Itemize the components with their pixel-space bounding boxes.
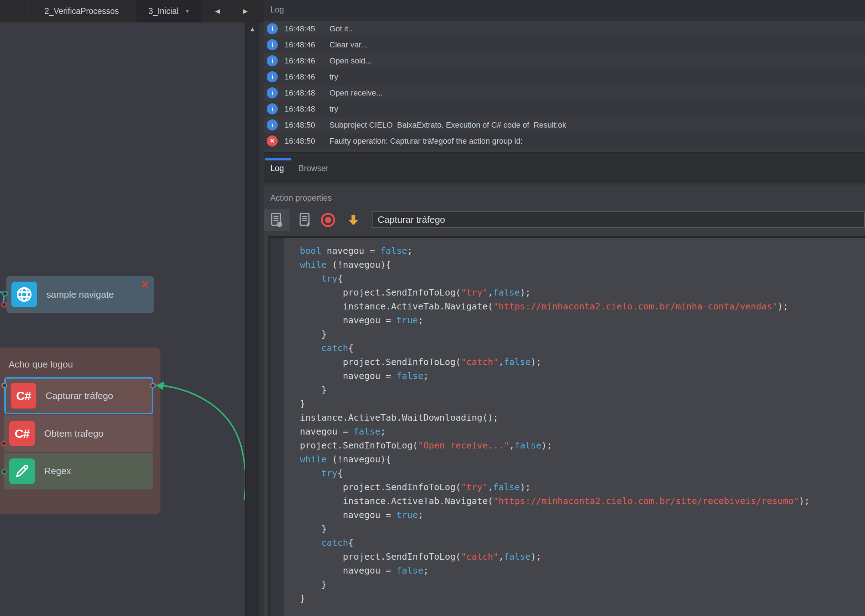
code-line: navegou = false; bbox=[300, 564, 865, 577]
code-lines: bool navegou = false;while (!navegou){ t… bbox=[284, 238, 865, 616]
code-line: instance.ActiveTab.WaitDownloading(); bbox=[300, 411, 865, 424]
scroll-up-icon[interactable]: ▲ bbox=[246, 25, 259, 33]
info-icon: i bbox=[267, 87, 278, 98]
port-node-out[interactable] bbox=[150, 383, 156, 388]
log-panel-header: Log bbox=[264, 0, 865, 21]
code-line: try{ bbox=[300, 466, 865, 480]
log-bottom-bar: Log Browser bbox=[264, 152, 865, 182]
action-name-input[interactable] bbox=[372, 211, 865, 228]
code-line: bool navegou = false; bbox=[300, 244, 865, 258]
port-error-out[interactable] bbox=[1, 441, 7, 446]
log-message: Got it.. bbox=[329, 24, 352, 33]
log-row[interactable]: i16:48:48Open receive... bbox=[264, 85, 865, 101]
log-message: Subproject CIELO_BaixaExtrato. Execution… bbox=[329, 121, 566, 130]
code-line: } bbox=[300, 591, 865, 605]
info-icon: i bbox=[267, 39, 278, 50]
node-sample-navigate[interactable]: sample navigate ✕ bbox=[6, 276, 154, 313]
info-icon: i bbox=[267, 55, 278, 66]
port-success-out[interactable] bbox=[2, 291, 8, 297]
pencil-icon bbox=[9, 459, 35, 484]
document-flash-icon bbox=[298, 212, 313, 228]
globe-icon bbox=[11, 281, 37, 307]
log-row[interactable]: ✕16:48:50Faulty operation: Capturar tráf… bbox=[264, 133, 865, 149]
code-line: project.SendInfoToLog("try",false); bbox=[300, 480, 865, 494]
node-obtem-trafego[interactable]: C# Obtem trafego bbox=[4, 415, 153, 452]
node-capturar-trafego[interactable]: C# Capturar tráfego bbox=[4, 377, 153, 414]
tab-browser[interactable]: Browser bbox=[299, 163, 329, 173]
code-line: instance.ActiveTab.Navigate("https://min… bbox=[300, 494, 865, 508]
panel-divider bbox=[259, 22, 264, 616]
port-node-in[interactable] bbox=[2, 382, 7, 388]
log-row[interactable]: i16:48:45Got it.. bbox=[264, 21, 865, 37]
log-panel-title: Log bbox=[270, 5, 284, 15]
close-icon[interactable]: ✕ bbox=[141, 279, 149, 291]
code-line: } bbox=[300, 397, 865, 411]
log-row[interactable]: i16:48:46Open sold... bbox=[264, 53, 865, 69]
log-row[interactable]: i16:48:46Clear var... bbox=[264, 37, 865, 53]
code-line: navegou = false; bbox=[300, 369, 865, 383]
code-editor[interactable]: bool navegou = false;while (!navegou){ t… bbox=[269, 236, 865, 616]
code-line: instance.ActiveTab.Navigate("https://min… bbox=[300, 299, 865, 313]
info-icon: i bbox=[267, 23, 278, 34]
code-gutter bbox=[270, 238, 284, 616]
log-message: try bbox=[329, 104, 338, 114]
node-sample-navigate-label: sample navigate bbox=[46, 289, 114, 300]
code-line: } bbox=[300, 383, 865, 397]
record-icon bbox=[321, 213, 335, 227]
flow-canvas[interactable]: Acho que logou sample navigate ✕ C# Capt… bbox=[0, 22, 245, 616]
node-regex-label: Regex bbox=[44, 465, 71, 477]
info-icon: i bbox=[267, 71, 278, 82]
tab-log[interactable]: Log bbox=[270, 163, 284, 173]
port-success-out[interactable] bbox=[2, 469, 7, 475]
down-arrow-icon bbox=[347, 214, 360, 226]
code-line: catch{ bbox=[300, 341, 865, 355]
log-row[interactable]: i16:48:50Subproject CIELO_BaixaExtrato. … bbox=[264, 117, 865, 133]
document-gear-icon bbox=[269, 212, 284, 228]
step-into-button[interactable] bbox=[341, 209, 366, 231]
tab-inicial[interactable]: 3_Inicial ▼ bbox=[137, 0, 201, 22]
log-time: 16:48:48 bbox=[285, 88, 329, 98]
code-line: project.SendInfoToLog("catch",false); bbox=[300, 550, 865, 564]
right-panel: Log i16:48:45Got it..i16:48:46Clear var.… bbox=[264, 0, 865, 616]
log-message: Open receive... bbox=[329, 88, 382, 98]
log-time: 16:48:46 bbox=[285, 40, 329, 50]
log-time: 16:48:50 bbox=[285, 121, 329, 130]
log-message: try bbox=[329, 72, 338, 82]
connection-edge-green[interactable] bbox=[161, 385, 245, 500]
log-row[interactable]: i16:48:48try bbox=[264, 101, 865, 117]
log-rows: i16:48:45Got it..i16:48:46Clear var...i1… bbox=[264, 21, 865, 152]
tab-scroll-right-button[interactable]: ▶ bbox=[238, 0, 252, 22]
code-line: } bbox=[300, 577, 865, 591]
node-obtem-trafego-label: Obtem trafego bbox=[44, 428, 104, 439]
port-error-out[interactable] bbox=[1, 302, 7, 308]
action-edit-button[interactable] bbox=[293, 209, 318, 231]
log-row[interactable]: i16:48:46try bbox=[264, 69, 865, 85]
action-properties-panel: Action properties bbox=[264, 186, 865, 616]
action-properties-title: Action properties bbox=[270, 193, 332, 203]
code-line: project.SendInfoToLog("try",false); bbox=[300, 286, 865, 299]
log-message: Clear var... bbox=[329, 40, 367, 50]
action-settings-button[interactable] bbox=[264, 209, 289, 231]
log-time: 16:48:50 bbox=[285, 137, 329, 146]
info-icon: i bbox=[267, 104, 278, 115]
code-line: catch{ bbox=[300, 536, 865, 550]
tab-inicial-label: 3_Inicial bbox=[148, 6, 178, 16]
csharp-icon-label: C# bbox=[16, 389, 31, 403]
chevron-down-icon[interactable]: ▼ bbox=[185, 9, 190, 14]
csharp-icon-label: C# bbox=[15, 427, 29, 441]
code-line: project.SendInfoToLog("Open receive...",… bbox=[300, 438, 865, 453]
canvas-vertical-scrollbar[interactable]: ▲ bbox=[245, 22, 259, 616]
log-time: 16:48:48 bbox=[285, 104, 329, 114]
log-message: Faulty operation: Capturar tráfegoof the… bbox=[329, 137, 523, 146]
code-line: navegou = true; bbox=[300, 508, 865, 522]
record-button[interactable] bbox=[315, 209, 341, 231]
tab-verifica-processos[interactable]: 2_VerificaProcessos bbox=[27, 0, 137, 22]
tab-scroll-left-button[interactable]: ◀ bbox=[210, 0, 225, 22]
project-tab-bar: 2_VerificaProcessos 3_Inicial ▼ ◀ ▶ bbox=[0, 0, 264, 23]
code-line: } bbox=[300, 522, 865, 536]
node-regex[interactable]: Regex bbox=[4, 453, 153, 489]
code-line: navegou = true; bbox=[300, 313, 865, 327]
code-line: project.SendInfoToLog("catch",false); bbox=[300, 355, 865, 369]
tab-verifica-processos-label: 2_VerificaProcessos bbox=[44, 6, 119, 16]
error-icon: ✕ bbox=[267, 135, 278, 146]
